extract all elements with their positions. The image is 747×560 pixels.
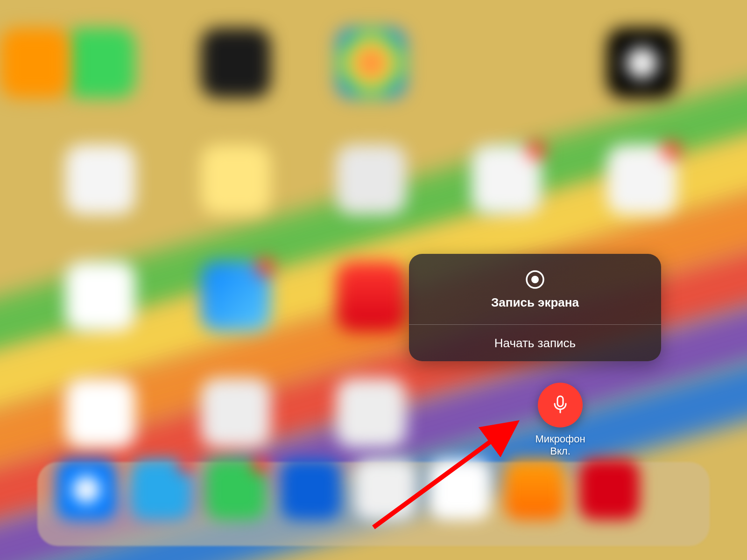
- app-icon-blurred: [607, 28, 677, 98]
- app-icon-blurred: [201, 145, 271, 215]
- app-icon-blurred: [336, 145, 406, 215]
- app-icon-blurred: [65, 261, 135, 331]
- app-icon-blurred: [201, 28, 271, 98]
- screen-recording-header[interactable]: Запись экрана: [409, 254, 661, 324]
- start-recording-button[interactable]: Начать запись: [409, 325, 661, 361]
- microphone-toggle-button[interactable]: [538, 383, 583, 427]
- dock-icon-blurred: [56, 459, 117, 520]
- start-recording-label: Начать запись: [494, 336, 576, 350]
- microphone-icon: [550, 393, 571, 417]
- dock-icon-blurred: [131, 459, 191, 520]
- microphone-status: Вкл.: [514, 445, 607, 457]
- svg-point-1: [531, 276, 539, 283]
- dock-icon-blurred: [280, 459, 341, 520]
- app-icon-blurred: [472, 145, 542, 215]
- record-icon: [524, 268, 546, 291]
- microphone-label: Микрофон: [514, 433, 607, 445]
- screen-recording-panel: Запись экрана Начать запись: [409, 254, 661, 361]
- app-icon-blurred: [201, 261, 271, 331]
- app-icon-blurred: [65, 378, 135, 448]
- app-icon-blurred: [336, 28, 406, 98]
- svg-rect-2: [557, 396, 563, 406]
- app-icon-blurred: [336, 261, 406, 331]
- dock-icon-blurred: [205, 459, 266, 520]
- dock-icon-blurred: [579, 459, 640, 520]
- app-icon-blurred: [0, 28, 70, 98]
- app-icon-blurred: [65, 28, 135, 98]
- app-icon-blurred: [607, 145, 677, 215]
- microphone-toggle-group: Микрофон Вкл.: [514, 383, 607, 457]
- app-icon-blurred: [201, 378, 271, 448]
- app-icon-blurred: [336, 378, 406, 448]
- dock: [37, 462, 710, 546]
- dock-icon-blurred: [504, 459, 565, 520]
- home-screen-blurred: Запись экрана Начать запись Микрофон Вкл…: [0, 0, 747, 560]
- dock-icon-blurred: [355, 459, 416, 520]
- dock-icon-blurred: [430, 459, 490, 520]
- app-icon-blurred: [65, 145, 135, 215]
- screen-recording-title: Запись экрана: [491, 295, 579, 310]
